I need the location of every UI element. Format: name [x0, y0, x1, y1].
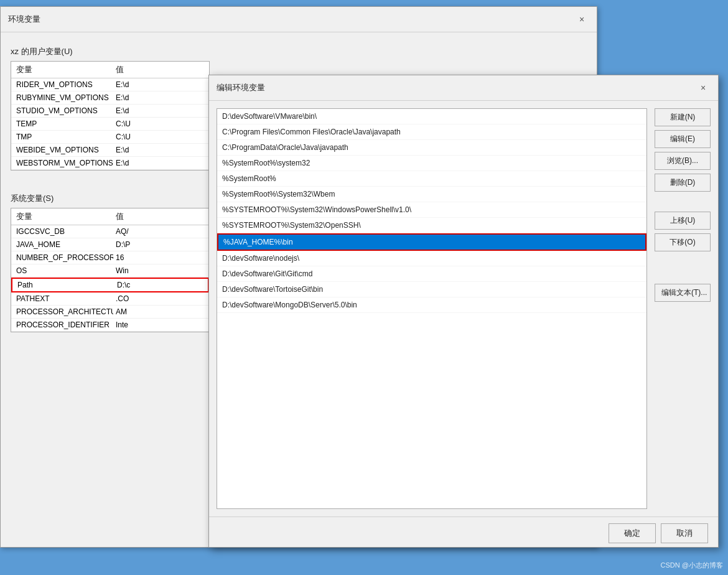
system-vars-header: 变量 值 [11, 208, 209, 225]
path-item[interactable]: C:\Program Files\Common Files\Oracle\Jav… [217, 124, 646, 140]
table-row[interactable]: PATHEXT .CO [11, 292, 209, 306]
system-vars-table: 变量 值 IGCCSVC_DB AQ/ JAVA_HOME D:\P NUMBE… [11, 208, 210, 332]
row-var: WEBIDE_VM_OPTIONS [14, 144, 113, 156]
row-var: RIDER_VM_OPTIONS [14, 79, 113, 90]
row-var: RUBYMINE_VM_OPTIONS [14, 92, 113, 103]
row-val: C:\U [113, 131, 188, 143]
row-var: TEMP [14, 118, 113, 129]
row-val: E:\d [113, 157, 188, 169]
table-row[interactable]: RIDER_VM_OPTIONS E:\d [11, 78, 209, 91]
row-val: Win [113, 265, 188, 276]
path-item[interactable]: %SystemRoot% [217, 171, 646, 187]
row-var: PATHEXT [14, 293, 113, 304]
row-val: .CO [113, 293, 188, 304]
user-vars-header: 变量 值 [11, 62, 209, 78]
path-item[interactable]: D:\devSoftware\TortoiseGit\bin [217, 282, 646, 297]
row-val: D:\P [113, 239, 188, 250]
path-item[interactable]: C:\ProgramData\Oracle\Java\javapath [217, 140, 646, 156]
edit-dialog-title: 编辑环境变量 [217, 82, 265, 93]
cancel-button[interactable]: 取消 [661, 523, 708, 543]
path-item[interactable]: D:\devSoftware\nodejs\ [217, 251, 646, 266]
table-row[interactable]: PROCESSOR_IDENTIFIER Inte [11, 319, 209, 332]
edit-dialog-footer: 确定 取消 [209, 517, 718, 549]
table-row[interactable]: WEBIDE_VM_OPTIONS E:\d [11, 144, 209, 157]
table-row[interactable]: STUDIO_VM_OPTIONS E:\d [11, 105, 209, 118]
user-vars-label: xz 的用户变量(U) [11, 46, 587, 57]
table-row[interactable]: OS Win [11, 264, 209, 278]
row-var: PROCESSOR_IDENTIFIER [14, 319, 113, 330]
path-item[interactable]: %JAVA_HOME%\bin [217, 233, 646, 251]
table-row[interactable]: Path D:\c [11, 278, 209, 292]
user-vars-table: 变量 值 RIDER_VM_OPTIONS E:\d RUBYMINE_VM_O… [11, 61, 210, 171]
move-down-button[interactable]: 下移(O) [655, 233, 711, 251]
path-item[interactable]: %SystemRoot%\system32 [217, 156, 646, 171]
row-var: TMP [14, 131, 113, 143]
row-val: D:\c [114, 279, 189, 291]
table-row[interactable]: PROCESSOR_ARCHITECTURE AM [11, 306, 209, 319]
user-vars-col-val: 值 [113, 63, 188, 77]
row-val: E:\d [113, 144, 188, 156]
watermark: CSDN @小志的博客 [661, 561, 723, 570]
edit-dialog-titlebar: 编辑环境变量 × [209, 75, 718, 101]
env-window-titlebar: 环境变量 × [1, 7, 597, 32]
row-val: E:\d [113, 79, 188, 90]
table-row[interactable]: JAVA_HOME D:\P [11, 238, 209, 251]
row-var: WEBSTORM_VM_OPTIONS [14, 157, 113, 169]
edit-text-button[interactable]: 编辑文本(T)... [655, 284, 711, 302]
row-val: C:\U [113, 118, 188, 129]
edit-button[interactable]: 编辑(E) [655, 130, 711, 148]
edit-dialog-close-btn[interactable]: × [696, 80, 711, 95]
row-val: AM [113, 306, 188, 317]
path-item[interactable]: %SystemRoot%\System32\Wbem [217, 187, 646, 202]
new-button[interactable]: 新建(N) [655, 108, 711, 126]
row-var: IGCCSVC_DB [14, 226, 113, 237]
env-window-title: 环境变量 [8, 14, 40, 25]
table-row[interactable]: RUBYMINE_VM_OPTIONS E:\d [11, 91, 209, 105]
path-list[interactable]: D:\devSoftware\VMware\bin\C:\Program Fil… [217, 108, 647, 509]
row-val: E:\d [113, 92, 188, 103]
path-item[interactable]: D:\devSoftware\VMware\bin\ [217, 109, 646, 124]
browse-button[interactable]: 浏览(B)... [655, 152, 711, 170]
system-vars-col-val: 值 [113, 210, 188, 223]
system-vars-rows: IGCCSVC_DB AQ/ JAVA_HOME D:\P NUMBER_OF_… [11, 225, 209, 332]
table-row[interactable]: WEBSTORM_VM_OPTIONS E:\d [11, 157, 209, 170]
edit-dialog: 编辑环境变量 × D:\devSoftware\VMware\bin\C:\Pr… [208, 75, 719, 548]
table-row[interactable]: NUMBER_OF_PROCESSORS 16 [11, 251, 209, 264]
right-buttons: 新建(N) 编辑(E) 浏览(B)... 删除(D) 上移(U) 下移(O) 编… [655, 108, 711, 509]
row-var: JAVA_HOME [14, 239, 113, 250]
confirm-button[interactable]: 确定 [609, 523, 656, 543]
table-row[interactable]: IGCCSVC_DB AQ/ [11, 225, 209, 238]
row-var: PROCESSOR_ARCHITECTURE [14, 306, 113, 317]
move-up-button[interactable]: 上移(U) [655, 212, 711, 230]
delete-button[interactable]: 删除(D) [655, 174, 711, 192]
path-item[interactable]: D:\devSoftware\MongoDB\Server\5.0\bin [217, 297, 646, 313]
table-row[interactable]: TMP C:\U [11, 131, 209, 144]
row-val: E:\d [113, 105, 188, 116]
row-val: Inte [113, 319, 188, 330]
env-window-close-btn[interactable]: × [574, 12, 589, 27]
path-item[interactable]: D:\devSoftware\Git\Git\cmd [217, 266, 646, 282]
row-var: Path [15, 279, 114, 291]
row-var: OS [14, 265, 113, 276]
row-val: 16 [113, 252, 188, 263]
user-vars-col-var: 变量 [14, 63, 113, 77]
table-row[interactable]: TEMP C:\U [11, 118, 209, 131]
edit-dialog-body: D:\devSoftware\VMware\bin\C:\Program Fil… [209, 101, 718, 517]
row-var: STUDIO_VM_OPTIONS [14, 105, 113, 116]
system-vars-col-var: 变量 [14, 210, 113, 223]
path-item[interactable]: %SYSTEMROOT%\System32\WindowsPowerShell\… [217, 202, 646, 218]
row-var: NUMBER_OF_PROCESSORS [14, 252, 113, 263]
path-item[interactable]: %SYSTEMROOT%\System32\OpenSSH\ [217, 218, 646, 233]
row-val: AQ/ [113, 226, 188, 237]
user-vars-rows: RIDER_VM_OPTIONS E:\d RUBYMINE_VM_OPTION… [11, 78, 209, 170]
